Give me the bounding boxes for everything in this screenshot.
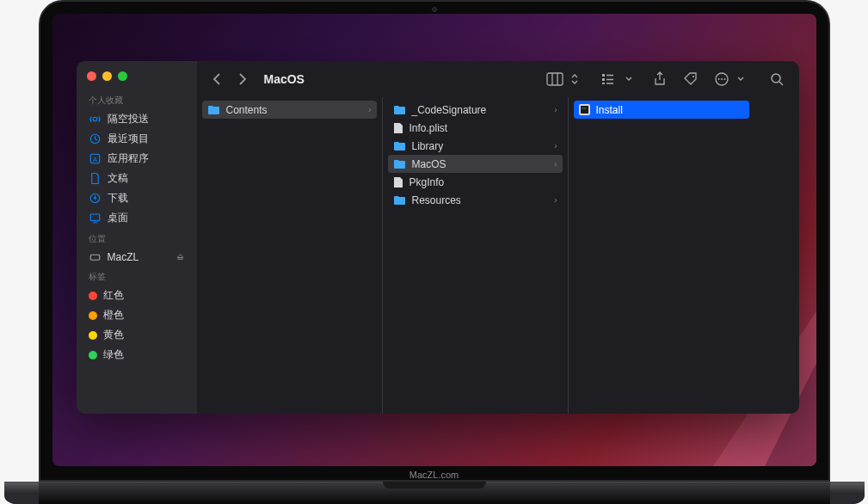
airdrop-icon: [89, 113, 102, 126]
folder-icon: [393, 159, 406, 169]
svg-point-20: [717, 78, 719, 80]
search-button[interactable]: [765, 69, 789, 89]
sidebar-item-label: 文稿: [108, 171, 128, 186]
svg-rect-12: [602, 74, 605, 77]
eject-icon[interactable]: [175, 252, 185, 261]
action-button[interactable]: [710, 69, 734, 89]
tag-dot-icon: [89, 292, 97, 300]
disk-icon: [89, 250, 102, 263]
finder-main: MacOS: [197, 61, 799, 414]
camera: [432, 7, 437, 12]
sidebar-tag-orange[interactable]: 橙色: [77, 305, 197, 325]
file-name: Contents: [226, 104, 268, 116]
folder-icon: [393, 105, 406, 115]
tag-dot-icon: [89, 351, 97, 360]
back-button[interactable]: [207, 70, 226, 89]
sidebar-item-downloads[interactable]: 下载: [77, 188, 197, 208]
sidebar-item-label: 橙色: [103, 308, 124, 323]
sidebar-section-tags: 标签: [77, 266, 197, 286]
svg-rect-13: [602, 78, 605, 81]
maximize-button[interactable]: [118, 71, 127, 81]
sidebar-item-label: MacZL: [108, 251, 139, 263]
forward-button[interactable]: [233, 70, 252, 89]
file-icon: [393, 176, 403, 188]
file-name: Resources: [412, 194, 461, 206]
sidebar-item-desktop[interactable]: 桌面: [77, 208, 197, 228]
laptop-notch: [383, 482, 486, 489]
desktop-icon: [89, 212, 102, 224]
laptop-base: [4, 482, 865, 504]
sidebar-item-label: 最近项目: [108, 132, 149, 146]
sidebar-item-label: 绿色: [103, 347, 124, 362]
sidebar-section-locations: 位置: [77, 228, 197, 248]
column-3[interactable]: exec Install: [569, 97, 754, 414]
action-chevron-icon[interactable]: [736, 69, 746, 89]
close-button[interactable]: [87, 71, 96, 81]
file-item-codesignature[interactable]: _CodeSignature ›: [388, 101, 563, 119]
watermark: MacZL.com: [409, 470, 459, 480]
chevron-right-icon: ›: [554, 195, 557, 205]
sidebar-item-label: 黄色: [103, 328, 124, 342]
sidebar-tag-red[interactable]: 红色: [77, 286, 197, 305]
traffic-lights: [77, 68, 197, 89]
file-item-resources[interactable]: Resources ›: [388, 191, 563, 209]
sidebar-item-documents[interactable]: 文稿: [77, 169, 197, 188]
view-mode-button[interactable]: [543, 69, 567, 89]
folder-icon: [393, 141, 406, 151]
file-name: Install: [596, 104, 623, 116]
sidebar-item-label: 应用程序: [108, 151, 149, 166]
window-title: MacOS: [264, 72, 305, 86]
view-options-arrows[interactable]: [569, 69, 581, 89]
file-name: PkgInfo: [409, 176, 445, 188]
sidebar-tag-green[interactable]: 绿色: [77, 345, 197, 365]
folder-icon: [393, 195, 406, 206]
file-item-info-plist[interactable]: Info.plist: [388, 119, 563, 137]
svg-rect-14: [602, 83, 605, 84]
clock-icon: [89, 132, 102, 145]
minimize-button[interactable]: [102, 71, 112, 81]
file-item-contents[interactable]: Contents ›: [202, 101, 377, 119]
sidebar-item-label: 红色: [103, 288, 124, 303]
file-icon: [393, 122, 403, 134]
svg-point-23: [772, 74, 780, 83]
sidebar-tag-yellow[interactable]: 黄色: [77, 325, 197, 345]
svg-text:A: A: [92, 156, 96, 163]
column-1[interactable]: Contents ›: [197, 97, 383, 414]
file-item-install[interactable]: exec Install: [574, 101, 749, 119]
folder-icon: [207, 105, 220, 115]
tag-dot-icon: [89, 331, 97, 340]
tag-button[interactable]: [679, 69, 703, 89]
svg-rect-7: [90, 214, 100, 221]
sidebar-item-label: 隔空投送: [108, 112, 149, 126]
sidebar-item-airdrop[interactable]: 隔空投送: [77, 109, 197, 129]
file-item-library[interactable]: Library ›: [388, 137, 563, 155]
svg-rect-8: [90, 255, 100, 260]
file-item-pkginfo[interactable]: PkgInfo: [388, 173, 563, 191]
share-button[interactable]: [648, 69, 672, 89]
sidebar: 个人收藏 隔空投送 最近项目 A 应用程序 文稿: [77, 61, 197, 414]
screen: 个人收藏 隔空投送 最近项目 A 应用程序 文稿: [52, 14, 816, 466]
column-2[interactable]: _CodeSignature › Info.plist Library ›: [383, 97, 569, 414]
sidebar-item-recents[interactable]: 最近项目: [77, 129, 197, 149]
sidebar-item-applications[interactable]: A 应用程序: [77, 149, 197, 169]
file-item-macos[interactable]: MacOS ›: [388, 155, 563, 173]
file-name: Info.plist: [409, 122, 448, 134]
file-name: _CodeSignature: [412, 104, 487, 116]
svg-rect-9: [547, 73, 563, 85]
group-chevron-icon[interactable]: [624, 69, 634, 89]
toolbar: MacOS: [197, 61, 799, 97]
group-button[interactable]: [598, 69, 622, 89]
chevron-right-icon: ›: [368, 105, 371, 114]
sidebar-item-maczl[interactable]: MacZL: [77, 248, 197, 266]
tag-dot-icon: [89, 311, 97, 320]
svg-point-22: [723, 78, 725, 80]
svg-point-2: [93, 117, 97, 121]
sidebar-item-label: 桌面: [108, 211, 128, 225]
svg-point-18: [693, 76, 694, 77]
file-name: Library: [412, 140, 444, 152]
doc-icon: [89, 172, 102, 185]
exec-icon: exec: [579, 104, 590, 115]
sidebar-section-favorites: 个人收藏: [77, 89, 197, 109]
svg-text:exec: exec: [581, 108, 586, 110]
column-view: Contents › _CodeSignature › Info.plist: [197, 97, 799, 414]
